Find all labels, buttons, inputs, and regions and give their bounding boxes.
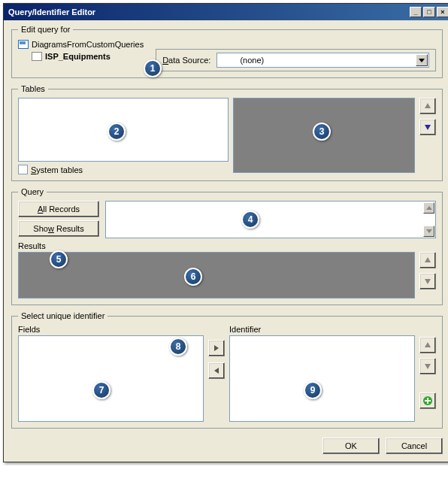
remove-field-button[interactable] — [208, 362, 225, 379]
data-source-label: Data Source: — [162, 56, 210, 65]
data-source-value: (none) — [240, 56, 264, 65]
scroll-down-button[interactable] — [423, 226, 434, 237]
edit-query-group: Edit query for DiagramsFromCustomQueries… — [11, 25, 443, 78]
arrow-left-icon — [213, 367, 220, 374]
cancel-button[interactable]: Cancel — [386, 438, 443, 454]
callout-9: 9 — [304, 381, 322, 399]
dialog-window: Query/Identifier Editor _ □ × Edit query… — [3, 3, 448, 462]
database-icon — [18, 40, 29, 49]
maximize-button[interactable]: □ — [423, 7, 435, 17]
move-down-button[interactable] — [419, 119, 436, 135]
query-buttons: All Records Show Results — [18, 201, 99, 237]
move-up-button[interactable] — [419, 98, 436, 114]
titlebar-title: Query/Identifier Editor — [8, 8, 408, 17]
callout-6: 6 — [184, 268, 202, 286]
tree-child[interactable]: ISP_Equipments — [32, 50, 144, 62]
edit-query-legend: Edit query for — [18, 25, 73, 34]
fields-list[interactable]: 7 8 — [18, 335, 204, 422]
plus-icon — [422, 395, 433, 406]
identifier-label: Identifier — [229, 325, 415, 334]
results-down-button[interactable] — [419, 273, 436, 289]
add-identifier-button[interactable] — [419, 392, 436, 409]
data-source-area: Data Source: (none) — [156, 49, 436, 71]
tables-group: Tables 2 System tables 3 — [11, 84, 443, 181]
chevron-down-icon[interactable] — [416, 54, 428, 66]
tree-root-label: DiagramsFromCustomQueries — [32, 38, 144, 50]
tables-left-col: 2 System tables — [18, 98, 229, 174]
callout-7: 7 — [92, 381, 110, 399]
identifier-list[interactable]: 9 — [229, 335, 415, 422]
callout-8: 8 — [169, 338, 187, 356]
arrow-down-icon — [424, 123, 431, 131]
svg-rect-2 — [425, 400, 431, 402]
system-tables-checkbox[interactable]: System tables — [18, 165, 229, 174]
tables-legend: Tables — [18, 84, 48, 93]
add-field-button[interactable] — [208, 340, 225, 356]
results-up-button[interactable] — [419, 252, 436, 268]
query-group: Query All Records Show Results 4 Results… — [11, 187, 443, 305]
fields-label: Fields — [18, 325, 204, 334]
identifier-side-buttons — [419, 337, 436, 409]
results-label: Results — [18, 241, 436, 250]
identifier-up-button[interactable] — [419, 337, 436, 353]
arrow-down-icon — [424, 277, 431, 285]
query-tree[interactable]: DiagramsFromCustomQueries ISP_Equipments — [18, 38, 144, 62]
available-tables-list[interactable]: 2 — [18, 98, 229, 162]
dialog-footer: OK Cancel — [11, 435, 443, 454]
scroll-up-button[interactable] — [423, 202, 434, 214]
arrow-right-icon — [213, 344, 220, 352]
document-icon — [32, 52, 42, 61]
select-unique-identifier-group: Select unique identifier Fields 7 8 — [11, 311, 443, 429]
data-source-select[interactable]: (none) — [216, 53, 429, 68]
identifier-col: Identifier 9 — [229, 325, 415, 422]
selected-tables-list[interactable]: 3 — [233, 98, 415, 173]
ok-button[interactable]: OK — [322, 438, 380, 454]
transfer-buttons — [208, 340, 225, 379]
arrow-down-icon — [424, 362, 431, 370]
tables-order-buttons — [419, 98, 436, 135]
callout-3: 3 — [313, 123, 331, 141]
dialog-body: Edit query for DiagramsFromCustomQueries… — [4, 20, 448, 462]
tree-child-label: ISP_Equipments — [45, 50, 110, 62]
identifier-down-button[interactable] — [419, 358, 436, 374]
system-tables-label: System tables — [31, 165, 83, 174]
query-legend: Query — [18, 187, 47, 196]
fields-col: Fields 7 8 — [18, 325, 204, 422]
arrow-up-icon — [424, 341, 431, 349]
results-grid[interactable]: 6 — [18, 252, 415, 298]
callout-2: 2 — [107, 123, 126, 141]
titlebar[interactable]: Query/Identifier Editor _ □ × — [4, 4, 448, 20]
sui-legend: Select unique identifier — [18, 311, 107, 320]
minimize-button[interactable]: _ — [410, 7, 422, 17]
callout-4: 4 — [241, 211, 259, 229]
query-textarea[interactable]: 4 — [105, 201, 436, 238]
checkbox-icon — [18, 165, 28, 174]
close-button[interactable]: × — [437, 7, 448, 17]
show-results-button[interactable]: Show Results — [18, 220, 99, 237]
arrow-up-icon — [424, 102, 431, 110]
all-records-button[interactable]: All Records — [18, 201, 99, 217]
results-order-buttons — [419, 252, 436, 298]
arrow-up-icon — [424, 256, 431, 264]
tree-root[interactable]: DiagramsFromCustomQueries — [18, 38, 144, 50]
